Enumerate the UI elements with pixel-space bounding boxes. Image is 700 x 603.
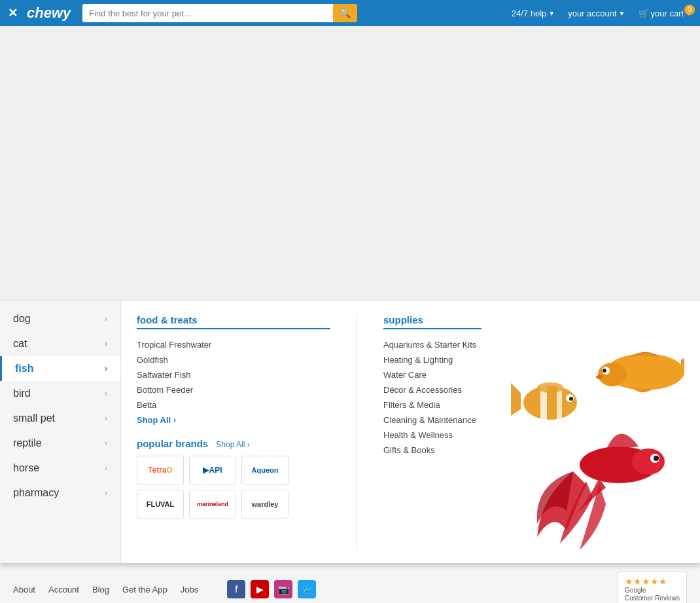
brand-marineland[interactable]: marineland	[189, 490, 236, 519]
svg-point-14	[598, 363, 627, 386]
instagram-icon[interactable]: 📷	[274, 580, 292, 598]
sidebar-arrow-pharmacy: ›	[105, 488, 107, 498]
menu-link-gifts[interactable]: Gifts & Books	[383, 443, 481, 458]
sidebar-arrow-bird: ›	[105, 389, 107, 398]
social-icons: f ▶ 📷 🐦	[227, 580, 316, 598]
menu-link-heating[interactable]: Heating & Lighting	[383, 352, 481, 367]
sidebar-arrow-horse: ›	[105, 464, 107, 473]
menu-link-filters[interactable]: Filters & Media	[383, 397, 481, 412]
footer-link-about[interactable]: About	[13, 585, 35, 594]
menu-link-goldfish[interactable]: Goldfish	[137, 352, 330, 367]
cart-link[interactable]: 🛒 0 your cart ▼	[639, 9, 692, 18]
sidebar-arrow-small-pet: ›	[105, 414, 107, 423]
nav-sidebar: dog › cat › fish › bird › small pet › re…	[0, 301, 121, 563]
sidebar-item-fish[interactable]: fish ›	[0, 356, 120, 381]
footer-links: About Account Blog Get the App Jobs	[13, 585, 198, 594]
help-caret: ▼	[548, 10, 555, 17]
supplies-title: supplies	[383, 314, 481, 329]
brand-tetra[interactable]: TetraO	[137, 456, 184, 484]
svg-point-17	[596, 375, 603, 379]
sidebar-label-pharmacy: pharmacy	[13, 487, 59, 499]
menu-link-cleaning[interactable]: Cleaning & Maintenance	[383, 412, 481, 428]
header: ✕ chewy 🔍 24/7 help ▼ your account ▼ 🛒 0…	[0, 0, 700, 26]
twitter-icon[interactable]: 🐦	[298, 580, 316, 598]
svg-marker-4	[511, 383, 521, 416]
menu-link-decor[interactable]: Décor & Accessories	[383, 382, 481, 397]
footer-link-jobs[interactable]: Jobs	[181, 585, 198, 594]
search-input[interactable]	[82, 4, 333, 22]
brand-aqueon[interactable]: Aqueon	[241, 456, 289, 484]
sidebar-label-horse: horse	[13, 462, 39, 474]
footer-link-app[interactable]: Get the App	[122, 585, 167, 594]
sidebar-item-pharmacy[interactable]: pharmacy ›	[0, 481, 120, 505]
search-bar: 🔍	[82, 4, 357, 22]
bottom-footer: About Account Blog Get the App Jobs f ▶ …	[0, 561, 700, 603]
menu-divider	[357, 314, 357, 550]
brand-wardley[interactable]: wardley	[241, 490, 289, 519]
fish-illustrations	[501, 314, 684, 550]
sidebar-arrow-dog: ›	[105, 314, 107, 323]
account-label: your account	[568, 9, 616, 18]
popular-brands-section: popular brands Shop All › TetraO ▶API Aq…	[137, 438, 330, 519]
youtube-icon[interactable]: ▶	[251, 580, 269, 598]
brand-fluval[interactable]: FLUVAL	[137, 490, 184, 519]
menu-link-tropical-freshwater[interactable]: Tropical Freshwater	[137, 337, 330, 352]
menu-link-saltwater-fish[interactable]: Saltwater Fish	[137, 367, 330, 382]
food-treats-section: food & treats Tropical Freshwater Goldfi…	[137, 314, 330, 550]
sidebar-label-dog: dog	[13, 313, 31, 325]
help-link[interactable]: 24/7 help ▼	[512, 9, 555, 18]
mega-menu: dog › cat › fish › bird › small pet › re…	[0, 301, 700, 563]
cart-badge: 0	[684, 5, 695, 15]
footer-link-account[interactable]: Account	[48, 585, 79, 594]
menu-link-water-care[interactable]: Water Care	[383, 367, 481, 382]
google-badge-content: ★★★★★ GoogleCustomer Reviews	[625, 576, 680, 602]
brands-grid: TetraO ▶API Aqueon FLUVAL marineland	[137, 456, 330, 519]
sidebar-arrow-fish: ›	[105, 364, 107, 373]
goldfish-image	[580, 347, 684, 406]
sidebar-item-cat[interactable]: cat ›	[0, 331, 120, 356]
menu-link-health[interactable]: Health & Wellness	[383, 428, 481, 443]
sidebar-item-small-pet[interactable]: small pet ›	[0, 406, 120, 431]
sidebar-label-reptile: reptile	[13, 437, 42, 449]
popular-brands-title: popular brands Shop All ›	[137, 438, 330, 449]
shop-all-food-link[interactable]: Shop All ›	[137, 412, 330, 428]
sidebar-item-reptile[interactable]: reptile ›	[0, 431, 120, 456]
menu-link-bottom-feeder[interactable]: Bottom Feeder	[137, 382, 330, 397]
header-right: 24/7 help ▼ your account ▼ 🛒 0 your cart…	[512, 9, 692, 18]
sidebar-arrow-reptile: ›	[105, 439, 107, 448]
food-treats-title: food & treats	[137, 314, 330, 329]
account-link[interactable]: your account ▼	[568, 9, 625, 18]
facebook-icon[interactable]: f	[227, 580, 245, 598]
chewy-logo: chewy	[27, 5, 71, 22]
footer-link-blog[interactable]: Blog	[92, 585, 109, 594]
sidebar-item-bird[interactable]: bird ›	[0, 381, 120, 406]
search-button[interactable]: 🔍	[333, 4, 357, 22]
sidebar-item-dog[interactable]: dog ›	[0, 306, 120, 331]
close-icon[interactable]: ✕	[8, 6, 18, 20]
sidebar-label-fish: fish	[15, 363, 33, 375]
google-stars: ★★★★★	[625, 576, 680, 587]
account-caret: ▼	[619, 10, 625, 17]
svg-point-16	[603, 369, 606, 373]
main-content: dog › cat › fish › bird › small pet › re…	[0, 301, 700, 603]
sidebar-arrow-cat: ›	[105, 339, 107, 348]
google-text: GoogleCustomer Reviews	[625, 587, 680, 602]
sidebar-label-bird: bird	[13, 388, 31, 399]
brand-api[interactable]: ▶API	[189, 456, 236, 484]
menu-link-betta[interactable]: Betta	[137, 397, 330, 412]
sidebar-label-small-pet: small pet	[13, 412, 55, 424]
help-label: 24/7 help	[512, 9, 547, 18]
sidebar-item-horse[interactable]: horse ›	[0, 456, 120, 481]
menu-link-aquariums[interactable]: Aquariums & Starter Kits	[383, 337, 481, 352]
google-badge: ★★★★★ GoogleCustomer Reviews	[618, 572, 687, 603]
mega-menu-content: food & treats Tropical Freshwater Goldfi…	[121, 301, 700, 563]
sidebar-label-cat: cat	[13, 338, 27, 350]
brands-shop-all[interactable]: Shop All ›	[216, 440, 249, 449]
cart-label: your cart	[651, 9, 684, 18]
supplies-section: supplies Aquariums & Starter Kits Heatin…	[383, 314, 481, 550]
cart-icon: 🛒	[639, 9, 649, 18]
